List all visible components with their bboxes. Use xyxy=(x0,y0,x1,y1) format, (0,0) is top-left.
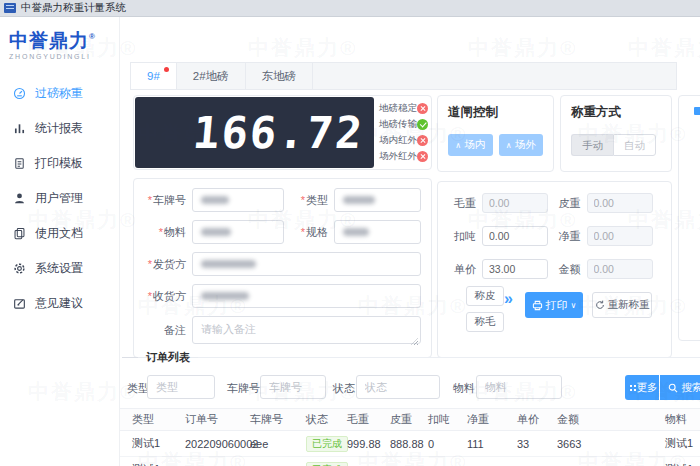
gate-control-card: 道闸控制 ∧ 场内 ∧ 场外 xyxy=(437,95,554,172)
weights-card: 毛重 皮重 扣吨 净重 单价 金额 xyxy=(437,181,672,358)
col-header-amount[interactable]: 金额 xyxy=(557,409,579,430)
field-label-receiver: *收货方 xyxy=(144,289,192,304)
order-table-row[interactable]: 测试1 202209060001 eee 已完成 999.88 888.88 0… xyxy=(120,457,700,466)
app-logo-icon xyxy=(4,3,16,13)
col-header-type[interactable]: 类型 xyxy=(132,409,154,430)
divider-line xyxy=(122,357,138,358)
receiver-field[interactable] xyxy=(192,284,421,308)
cell-amount: 3663 xyxy=(557,457,581,466)
weigh-gross-button[interactable]: 称毛 xyxy=(466,312,504,332)
weight-reading: 166.72 xyxy=(191,107,366,158)
filter-material-input[interactable] xyxy=(476,375,562,399)
cell-price: 33 xyxy=(517,431,529,456)
col-header-deduction[interactable]: 扣吨 xyxy=(428,409,450,430)
col-header-net[interactable]: 净重 xyxy=(467,409,489,430)
status-badge: 已完成 xyxy=(306,462,348,466)
status-infrared-outside: 场外红外 xyxy=(379,150,426,163)
weigh-mode-title: 称重方式 xyxy=(571,104,661,121)
cell-material: 测试1 xyxy=(665,431,693,456)
col-header-tare[interactable]: 皮重 xyxy=(390,409,412,430)
cell-order-no: 202209060002 xyxy=(185,431,258,456)
spec-field[interactable] xyxy=(334,220,421,244)
tab-scale-2[interactable]: 2#地磅 xyxy=(177,63,246,89)
search-icon xyxy=(668,383,678,393)
shipper-field[interactable] xyxy=(192,252,421,276)
col-header-price[interactable]: 单价 xyxy=(517,409,539,430)
type-field[interactable] xyxy=(334,188,421,212)
required-asterisk: * xyxy=(159,226,163,238)
chevron-down-icon: ∨ xyxy=(571,301,577,310)
material-field[interactable] xyxy=(192,220,284,244)
cell-gross: 999.88 xyxy=(347,457,381,466)
gross-weight-input[interactable] xyxy=(482,193,548,213)
more-filters-button[interactable]: 更多 xyxy=(625,375,659,400)
cell-status: 已完成 xyxy=(306,457,348,466)
filter-label-type: 类型 xyxy=(127,381,149,396)
col-header-gross[interactable]: 毛重 xyxy=(347,409,369,430)
gate-control-title: 道闸控制 xyxy=(448,104,543,121)
label-text: 收货方 xyxy=(153,290,186,302)
cell-material: 测试1 xyxy=(665,457,693,466)
reweigh-button[interactable]: 重新称重 xyxy=(592,292,652,318)
col-header-order-no[interactable]: 订单号 xyxy=(185,409,218,430)
label-text: 类型 xyxy=(306,194,328,206)
status-label: 场内红外 xyxy=(379,134,417,147)
cell-amount: 3663 xyxy=(557,431,581,456)
unit-price-label: 单价 xyxy=(450,262,476,277)
remark-input[interactable] xyxy=(192,316,421,344)
order-table-row[interactable]: 测试1 202209060002 eee 已完成 999.88 888.88 0… xyxy=(120,431,700,457)
orders-section-title: 订单列表 xyxy=(146,350,190,365)
window-title: 中誉鼎力称重计量系统 xyxy=(21,1,126,15)
col-header-material[interactable]: 物料 xyxy=(665,409,687,430)
required-asterisk: * xyxy=(301,226,305,238)
col-header-plate[interactable]: 车牌号 xyxy=(250,409,283,430)
sidebar-item-feedback[interactable]: 意见建议 xyxy=(0,286,119,321)
net-weight-input[interactable] xyxy=(587,226,653,246)
tab-scale-9[interactable]: 9# xyxy=(131,63,177,89)
weigh-tare-button[interactable]: 称皮 xyxy=(466,286,504,306)
cell-tare: 888.88 xyxy=(390,457,424,466)
sidebar-item-label: 打印模板 xyxy=(35,155,83,172)
col-header-status[interactable]: 状态 xyxy=(306,409,328,430)
sidebar-item-users[interactable]: 用户管理 xyxy=(0,181,119,216)
deduction-label: 扣吨 xyxy=(450,229,476,244)
sidebar-item-weighing[interactable]: 过磅称重 xyxy=(0,76,119,111)
tab-scale-east[interactable]: 东地磅 xyxy=(246,63,314,89)
order-form-card: *车牌号 *类型 *物料 *规格 *发货方 *收货方 备注 xyxy=(133,178,432,358)
amount-input[interactable] xyxy=(587,259,653,279)
deduction-input[interactable] xyxy=(482,226,548,246)
button-label: 场外 xyxy=(515,138,536,152)
mode-auto-option[interactable]: 自动 xyxy=(613,134,656,156)
feedback-icon xyxy=(13,297,26,310)
button-label: 重新称重 xyxy=(608,298,650,312)
plate-number-field[interactable] xyxy=(192,188,284,212)
sidebar-item-print-templates[interactable]: 打印模板 xyxy=(0,146,119,181)
documents-icon xyxy=(13,227,26,240)
redacted-value xyxy=(201,196,229,204)
redacted-value xyxy=(343,196,375,204)
tare-weight-input[interactable] xyxy=(587,193,653,213)
search-button[interactable]: 搜索 xyxy=(660,375,700,400)
scale-icon xyxy=(13,87,26,100)
mode-manual-option[interactable]: 手动 xyxy=(571,134,613,156)
gate-inside-button[interactable]: ∧ 场内 xyxy=(448,134,493,156)
gate-outside-button[interactable]: ∧ 场外 xyxy=(499,134,544,156)
sidebar-item-reports[interactable]: 统计报表 xyxy=(0,111,119,146)
filter-type-input[interactable] xyxy=(147,375,215,399)
status-label: 场外红外 xyxy=(379,150,417,163)
scale-tabs: 9# 2#地磅 东地磅 xyxy=(130,62,677,90)
field-label-plate: *车牌号 xyxy=(144,193,192,208)
redacted-value xyxy=(201,228,231,236)
refresh-icon xyxy=(595,300,605,310)
double-chevron-icon: » xyxy=(504,290,513,308)
field-label-spec: *规格 xyxy=(294,225,334,240)
sidebar-item-docs[interactable]: 使用文档 xyxy=(0,216,119,251)
unit-price-input[interactable] xyxy=(482,259,548,279)
filter-status-input[interactable] xyxy=(356,375,440,399)
filter-plate-input[interactable] xyxy=(260,375,326,399)
sidebar-item-settings[interactable]: 系统设置 xyxy=(0,251,119,286)
orders-table-header: 类型 订单号 车牌号 状态 毛重 皮重 扣吨 净重 单价 金额 物料 xyxy=(120,408,700,431)
bar-chart-icon xyxy=(13,122,26,135)
print-button[interactable]: 打印 ∨ xyxy=(525,292,583,318)
status-label: 地磅稳定 xyxy=(379,102,417,115)
